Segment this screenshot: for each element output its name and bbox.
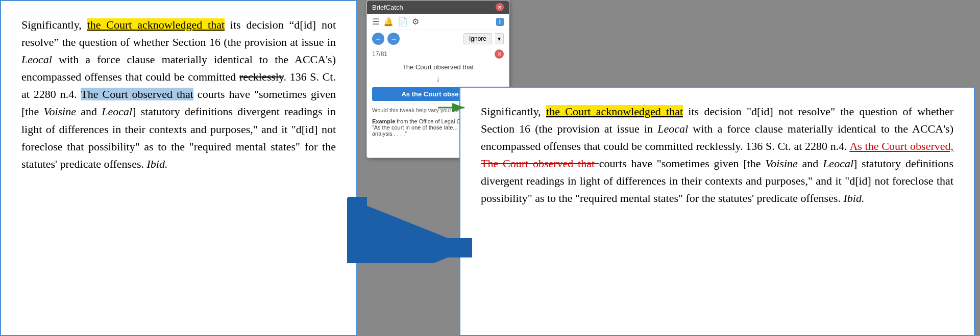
briefcatch-toolbar: ☰ 🔔 📄 ⚙ i	[367, 14, 509, 30]
suggestion-text: The Court observed that	[367, 61, 509, 73]
document-icon[interactable]: 📄	[398, 17, 408, 27]
left-document-text: Significantly, the Court acknowledged th…	[21, 16, 336, 173]
italic-leocal-left: Leocal	[21, 53, 52, 66]
briefcatch-title: BriefCatch	[372, 4, 403, 11]
ignore-btn[interactable]: Ignore	[463, 33, 492, 44]
example-source: from the Office of Legal C...	[397, 118, 465, 124]
strikethrough-old-phrase: The Court observed that	[481, 157, 599, 170]
settings-icon[interactable]: ⚙	[412, 17, 419, 27]
dismiss-btn[interactable]: ✕	[495, 49, 504, 59]
strikethrough-recklessly: recklessly	[239, 70, 284, 83]
right-document-panel: Significantly, the Court acknowledged th…	[459, 87, 975, 336]
nav-forward-btn[interactable]: →	[387, 33, 400, 45]
example-label: Example	[372, 118, 395, 124]
arrow-down-icon: ↓	[367, 73, 509, 85]
bell-icon[interactable]: 🔔	[383, 17, 394, 27]
blue-arrow	[347, 197, 480, 265]
highlight-blue-phrase: The Court observed that	[81, 88, 193, 100]
left-document-panel: Significantly, the Court acknowledged th…	[0, 0, 357, 336]
nav-back-btn[interactable]: ←	[372, 33, 384, 45]
right-document-text: Significantly, the Court acknowledged th…	[481, 103, 953, 208]
highlighted-phrase-left: the Court acknowledged that	[87, 18, 225, 31]
text-intro-right: Significantly,	[481, 105, 546, 118]
menu-icon[interactable]: ☰	[372, 17, 379, 27]
green-arrow	[438, 100, 469, 117]
counter-text: 17/81	[372, 50, 387, 58]
red-suggestion-phrase: As the Court observed,	[849, 140, 953, 152]
briefcatch-counter-row: 17/81 ✕	[367, 47, 509, 61]
info-btn[interactable]: i	[496, 18, 504, 26]
briefcatch-titlebar: BriefCatch ×	[367, 1, 509, 14]
ignore-dropdown-btn[interactable]: ▾	[495, 33, 504, 44]
briefcatch-close-btn[interactable]: ×	[496, 3, 504, 11]
briefcatch-nav-row: ← → Ignore ▾	[367, 30, 509, 47]
text-intro-left: Significantly,	[21, 18, 87, 31]
highlighted-phrase-right: the Court acknowledged that	[546, 105, 683, 118]
